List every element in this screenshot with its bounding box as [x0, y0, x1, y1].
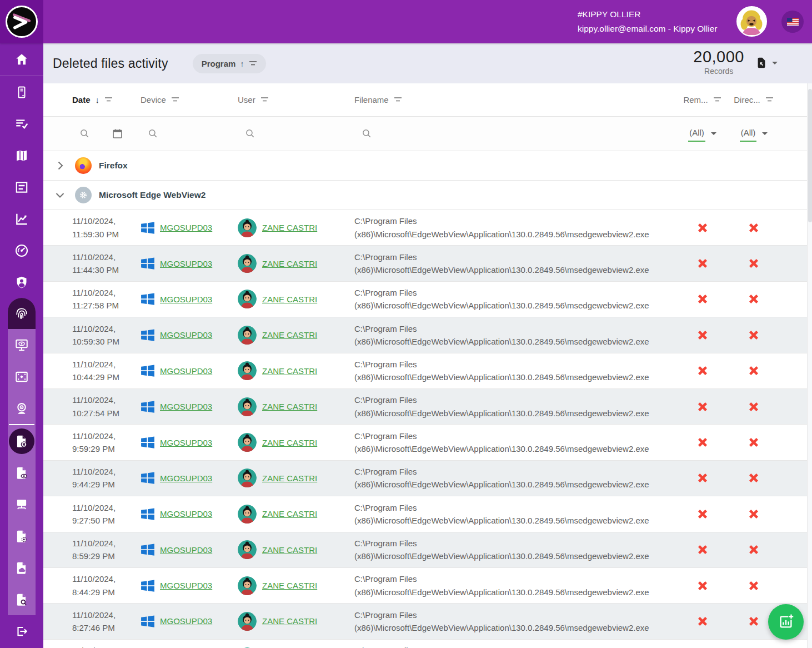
column-header-date[interactable]: Date ↓ — [72, 95, 113, 104]
user-avatar-icon — [238, 576, 257, 595]
user-link[interactable]: ZANE CASTRI — [262, 438, 317, 447]
remote-no-icon — [695, 400, 710, 414]
device-link[interactable]: MGOSUPD03 — [160, 509, 212, 519]
directory-no-icon — [746, 256, 761, 271]
device-link[interactable]: MGOSUPD03 — [160, 581, 212, 590]
column-header-remote[interactable]: Rem... — [683, 95, 721, 104]
user-link[interactable]: ZANE CASTRI — [262, 402, 317, 411]
user-link[interactable]: ZANE CASTRI — [262, 330, 317, 340]
table-row: 11/10/2024, 10:27:54 PM MGOSUPD03 — [43, 389, 807, 425]
export-button[interactable] — [755, 57, 778, 69]
sidebar-item-screen-monitoring[interactable] — [8, 329, 36, 361]
filter-lines-icon[interactable] — [765, 97, 774, 103]
sidebar-item-map[interactable] — [0, 139, 43, 171]
device-search-field[interactable] — [141, 128, 159, 139]
group-row-edge-webview[interactable]: Microsoft Edge WebView2 — [43, 181, 807, 210]
device-link[interactable]: MGOSUPD03 — [160, 402, 212, 411]
column-header-directory[interactable]: Direc... — [734, 95, 774, 104]
brand-logo-area[interactable] — [0, 0, 43, 43]
chevron-down-icon[interactable] — [53, 188, 67, 202]
device-link[interactable]: MGOSUPD03 — [160, 259, 212, 268]
sidebar-item-analytics[interactable] — [0, 203, 43, 235]
sidebar-item-dashboard[interactable] — [0, 235, 43, 266]
filter-lines-icon[interactable] — [260, 97, 269, 103]
add-report-fab[interactable] — [768, 604, 804, 640]
filter-lines-icon[interactable] — [394, 97, 402, 103]
remote-no-icon — [695, 363, 710, 378]
sidebar-item-fingerprint[interactable] — [8, 298, 36, 329]
table-filter-row: (All) (All) — [43, 117, 807, 151]
sidebar-item-file-settings[interactable] — [8, 520, 36, 552]
map-icon — [15, 149, 28, 162]
chevron-right-icon[interactable] — [53, 159, 67, 172]
column-header-user[interactable]: User — [238, 95, 269, 104]
forensics-submenu — [8, 298, 36, 615]
user-link[interactable]: ZANE CASTRI — [262, 545, 317, 555]
filter-lines-icon[interactable] — [713, 97, 721, 103]
user-link[interactable]: ZANE CASTRI — [262, 259, 317, 268]
table-row: 11/10/2024, 9:27:50 PM MGOSUPD03 — [43, 496, 807, 532]
user-avatar-icon — [238, 290, 257, 308]
device-link[interactable]: MGOSUPD03 — [160, 545, 212, 555]
group-row-firefox[interactable]: Firefox — [43, 151, 807, 181]
device-link[interactable]: MGOSUPD03 — [160, 330, 212, 340]
user-link[interactable]: ZANE CASTRI — [262, 473, 317, 483]
user-avatar-icon — [238, 397, 257, 416]
row-date: 11/10/2024, 8:59:29 PM — [43, 537, 141, 563]
user-link[interactable]: ZANE CASTRI — [262, 295, 317, 304]
column-header-device[interactable]: Device — [141, 95, 179, 104]
date-picker-button[interactable] — [112, 128, 123, 139]
user-avatar[interactable] — [736, 6, 767, 37]
records-value: 20,000 — [693, 48, 744, 66]
device-link[interactable]: MGOSUPD03 — [160, 473, 212, 483]
sidebar-item-logout[interactable] — [0, 615, 43, 647]
table-body: 11/10/2024, 11:59:30 PM MGOSUPD03 — [43, 210, 807, 648]
device-link[interactable]: MGOSUPD03 — [160, 366, 212, 376]
row-filename: C:\Program Files (x86)\Microsoft\EdgeWeb… — [354, 322, 675, 348]
gauge-icon — [14, 243, 29, 258]
directory-no-icon — [746, 400, 761, 414]
page-header: Deleted files activity Program ↑ 20,000 … — [43, 43, 812, 83]
device-link[interactable]: MGOSUPD03 — [160, 223, 212, 232]
row-filename: C:\Program Files (x86)\Microsoft\EdgeWeb… — [354, 215, 675, 241]
sidebar-item-webcam[interactable] — [8, 392, 36, 424]
sidebar-item-deleted-files[interactable] — [8, 425, 36, 457]
filter-lines-icon[interactable] — [171, 97, 179, 103]
column-header-filename[interactable]: Filename — [354, 95, 402, 104]
sidebar-item-file-search[interactable] — [8, 584, 36, 615]
sidebar-item-file-cloud[interactable] — [8, 552, 36, 584]
sidebar-item-screenshots[interactable] — [8, 361, 36, 392]
device-link[interactable]: MGOSUPD03 — [160, 616, 212, 626]
language-flag-button[interactable] — [781, 11, 804, 33]
user-link[interactable]: ZANE CASTRI — [262, 366, 317, 376]
filename-search-field[interactable] — [354, 128, 675, 139]
user-link[interactable]: ZANE CASTRI — [262, 616, 317, 626]
user-link[interactable]: ZANE CASTRI — [262, 223, 317, 232]
directory-no-icon — [746, 435, 761, 450]
date-search-field[interactable] — [72, 128, 91, 139]
device-link[interactable]: MGOSUPD03 — [160, 295, 212, 304]
sidebar-item-network-share[interactable] — [8, 489, 36, 520]
sidebar-item-reports[interactable] — [0, 171, 43, 203]
group-by-chip[interactable]: Program ↑ — [193, 54, 266, 73]
user-link[interactable]: ZANE CASTRI — [262, 581, 317, 590]
device-link[interactable]: MGOSUPD03 — [160, 438, 212, 447]
sidebar-item-security[interactable] — [0, 266, 43, 298]
directory-no-icon — [746, 507, 761, 521]
row-filename: C:\Program Files (x86)\Microsoft\EdgeWeb… — [354, 644, 675, 648]
sidebar-item-devices[interactable] — [0, 76, 43, 108]
sidebar-item-home[interactable] — [0, 43, 43, 76]
group-label: Firefox — [99, 161, 128, 171]
select-caret-icon — [762, 132, 768, 135]
user-link[interactable]: ZANE CASTRI — [262, 509, 317, 519]
sidebar-item-file-viewed[interactable] — [8, 457, 36, 489]
remote-no-icon — [695, 435, 710, 450]
table-scrollbar[interactable] — [807, 83, 812, 648]
sidebar-item-activity-log[interactable] — [0, 108, 43, 139]
filter-lines-icon[interactable] — [104, 97, 113, 103]
scrollbar-thumb[interactable] — [808, 89, 812, 222]
user-search-field[interactable] — [238, 128, 256, 139]
remote-filter-select[interactable]: (All) — [688, 126, 705, 142]
directory-filter-select[interactable]: (All) — [740, 126, 757, 142]
file-eye-icon — [14, 466, 29, 480]
